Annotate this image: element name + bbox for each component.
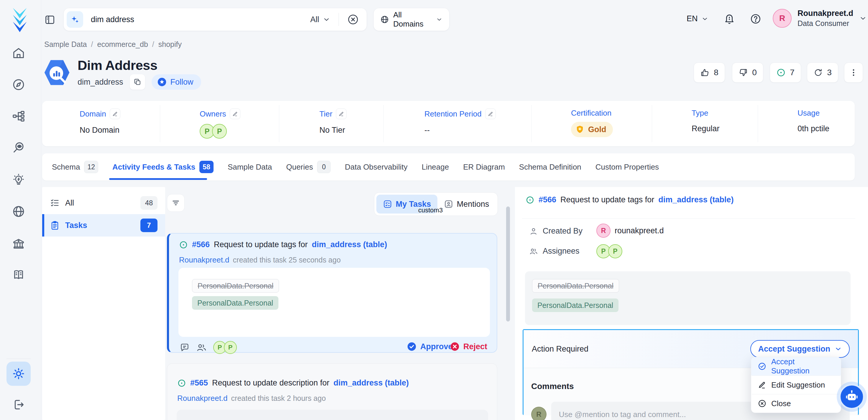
home-icon[interactable] (12, 46, 25, 60)
assignees-row: Assignees (529, 247, 580, 256)
menu-close[interactable]: Close (751, 394, 841, 413)
mention-person-icon (444, 200, 453, 209)
breadcrumb-schema[interactable]: shopify (158, 40, 182, 49)
comment-icon[interactable] (180, 342, 190, 353)
user-menu[interactable]: R Rounakpreet.d Data Consumer (773, 9, 867, 28)
tag-change-preview: PersonalData.Personal PersonalData.Perso… (179, 268, 490, 337)
follow-label: Follow (170, 78, 193, 87)
action-dropdown-button[interactable]: Accept Suggestion (750, 340, 850, 358)
downvote-button[interactable]: 0 (732, 63, 763, 83)
sparkle-icon (67, 11, 83, 28)
settings-gear-icon[interactable] (6, 362, 31, 386)
clear-search-icon[interactable] (347, 13, 359, 25)
logout-icon[interactable] (12, 398, 25, 412)
edit-pencil-icon[interactable] (230, 109, 240, 119)
divider (383, 105, 384, 142)
governance-icon[interactable] (12, 237, 25, 250)
tab-schema[interactable]: Schema12 (52, 161, 98, 173)
compass-icon[interactable] (12, 78, 25, 91)
reject-button[interactable]: Reject (450, 341, 487, 352)
assistant-bot-button[interactable] (839, 384, 864, 409)
feed-filter-button[interactable] (167, 194, 185, 212)
description-preview: This dimension table contains the billin… (177, 410, 488, 420)
tab-activity-feeds-tasks[interactable]: Activity Feeds & Tasks58 (112, 161, 214, 173)
creator-name[interactable]: rounakpreet.d (615, 226, 664, 235)
user-avatar: R (773, 9, 792, 28)
menu-accept-suggestion[interactable]: Accept Suggestion (751, 357, 841, 376)
metadata-owners: Owners P P (200, 109, 240, 139)
edit-pencil-icon[interactable] (485, 109, 496, 119)
filter-all-label: All (65, 199, 74, 208)
search-scope-dropdown[interactable]: All (310, 15, 330, 24)
tab-queries[interactable]: Queries0 (286, 161, 331, 173)
metadata-tier: Tier No Tier (319, 109, 346, 135)
task-id[interactable]: #566 (192, 240, 210, 249)
action-dropdown-menu: Accept Suggestion Edit Suggestion Close (751, 357, 841, 413)
idea-icon[interactable] (12, 173, 25, 187)
breadcrumb-database[interactable]: ecommerce_db (97, 40, 148, 49)
task-card-565[interactable]: #565 Request to update description for d… (167, 363, 497, 420)
insight-search-icon[interactable] (12, 141, 25, 154)
edit-pencil-icon[interactable] (336, 109, 346, 119)
atlan-logo[interactable] (8, 6, 31, 32)
task-id[interactable]: #565 (190, 379, 208, 388)
detail-task-id[interactable]: #566 (538, 195, 556, 204)
issues-button[interactable]: 7 (770, 63, 801, 83)
task-card-566[interactable]: #566 Request to update tags for dim_addr… (167, 233, 497, 353)
filter-all[interactable]: All 48 (42, 192, 165, 214)
removed-tag: PersonalData.Personal (532, 279, 619, 293)
toggle-mentions[interactable]: Mentions (437, 195, 495, 214)
edit-pencil-icon[interactable] (110, 109, 120, 119)
filter-tasks[interactable]: Tasks 7 (42, 214, 165, 237)
refresh-button[interactable]: 3 (807, 63, 838, 83)
comment-avatar: R (531, 407, 547, 420)
approve-button[interactable]: Approve (407, 341, 453, 352)
bell-icon[interactable] (723, 12, 736, 25)
asset-tabs: Schema12 Activity Feeds & Tasks58 Sample… (42, 153, 855, 181)
globe-icon[interactable] (12, 205, 25, 218)
follow-button[interactable]: Follow (152, 74, 201, 90)
task-asset-link[interactable]: dim_address (table) (334, 379, 409, 388)
task-meta: created this task 2 hours ago (231, 394, 326, 402)
people-icon[interactable] (196, 342, 207, 353)
tab-er-diagram[interactable]: ER Diagram (463, 162, 505, 172)
metadata-certification: Certification Gold (571, 109, 613, 137)
more-actions-button[interactable] (844, 63, 863, 83)
tab-schema-definition[interactable]: Schema Definition (519, 162, 581, 172)
metadata-retention: Retention Period -- (425, 109, 496, 135)
owner-avatar[interactable]: P (212, 124, 227, 139)
metadata-domain: Domain No Domain (80, 109, 120, 135)
tab-custom-properties[interactable]: Custom Properties (595, 162, 659, 172)
tab-data-observability[interactable]: Data Observability (345, 162, 407, 172)
rail-divider (6, 359, 31, 359)
tab-sample-data[interactable]: Sample Data (228, 162, 272, 172)
panel-toggle-icon[interactable] (44, 14, 56, 25)
task-author-link[interactable]: Rounakpreet.d (177, 394, 228, 403)
tab-lineage[interactable]: Lineage (422, 162, 449, 172)
glossary-icon[interactable] (12, 268, 25, 281)
upvote-button[interactable]: 8 (694, 63, 725, 83)
added-tag: PersonalData.Personal (192, 296, 278, 310)
global-search[interactable]: All (64, 8, 367, 31)
language-selector[interactable]: EN (687, 14, 708, 23)
breadcrumb-connection[interactable]: Sample Data (44, 40, 87, 49)
task-author-link[interactable]: Rounakpreet.d (179, 256, 229, 265)
assignee-avatar: P (608, 244, 622, 258)
divider (758, 105, 758, 142)
workflow-icon[interactable] (12, 110, 25, 123)
all-domains-button[interactable]: All Domains (374, 8, 449, 31)
help-icon[interactable] (750, 13, 762, 25)
detail-asset-link[interactable]: dim_address (table) (658, 195, 734, 204)
refresh-icon (813, 68, 823, 77)
task-title: Request to update tags for (214, 240, 308, 249)
menu-edit-suggestion[interactable]: Edit Suggestion (751, 376, 841, 394)
person-icon (529, 227, 538, 236)
thumbs-up-icon (700, 68, 710, 77)
upvote-count: 8 (714, 68, 718, 77)
feed-scrollbar[interactable] (506, 206, 510, 322)
copy-icon[interactable] (130, 74, 145, 90)
task-asset-link[interactable]: dim_address (table) (312, 240, 387, 249)
removed-tag: PersonalData.Personal (192, 279, 279, 293)
search-input[interactable] (91, 15, 310, 24)
all-domains-label: All Domains (393, 10, 432, 29)
